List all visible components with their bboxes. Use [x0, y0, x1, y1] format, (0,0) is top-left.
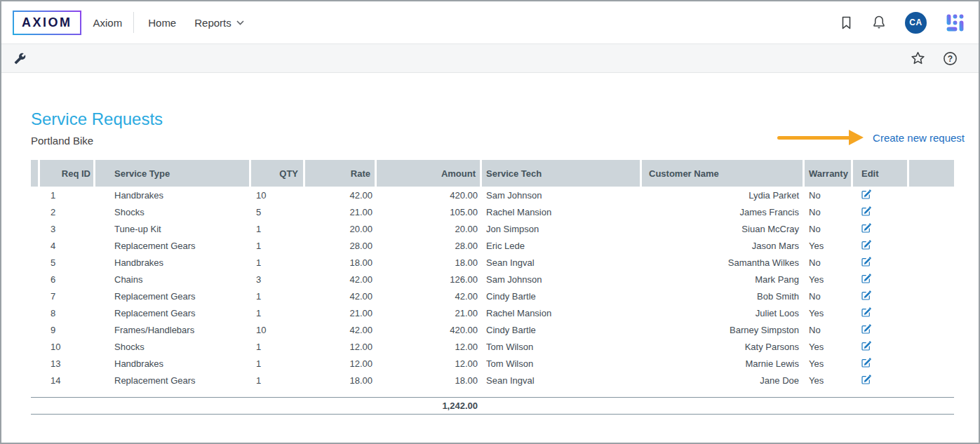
cell-spacer [31, 355, 40, 372]
cell-rate: 28.00 [305, 237, 377, 254]
cell-spacer [31, 220, 40, 237]
report-content: Service Requests Portland Bike Create ne… [1, 73, 979, 415]
nav-reports[interactable]: Reports [194, 17, 244, 29]
toolbar-right-group: ? [910, 51, 958, 67]
axiom-logo[interactable]: AXIOM [13, 11, 81, 35]
cell-rate: 20.00 [305, 220, 377, 237]
cell-spacer [31, 203, 40, 220]
column-header-warranty: Warranty [805, 160, 853, 187]
table-row: 9 Frames/Handlebars 10 42.00 420.00 Cind… [31, 321, 954, 338]
cell-service-type: Handbrakes [95, 187, 251, 203]
column-header-spacer [31, 160, 40, 187]
column-header-rate: Rate [305, 160, 377, 187]
cell-spacer [31, 304, 40, 321]
cell-qty: 3 [251, 271, 305, 288]
cell-spacer [31, 288, 40, 304]
cell-spacer [909, 372, 954, 389]
avatar[interactable]: CA [905, 12, 927, 34]
brand-name: Axiom [93, 17, 123, 29]
cell-warranty: No [805, 203, 853, 220]
cell-service-tech: Sam Johnson [482, 187, 642, 203]
column-header-amount: Amount [377, 160, 482, 187]
wrench-icon[interactable] [14, 53, 26, 65]
cell-spacer [31, 338, 40, 355]
cell-qty: 1 [251, 237, 305, 254]
star-icon[interactable] [910, 51, 926, 67]
cell-spacer [31, 372, 40, 389]
cell-req-id: 9 [40, 321, 95, 338]
cell-req-id: 3 [40, 220, 95, 237]
cell-req-id: 1 [40, 187, 95, 203]
cell-amount: 18.00 [377, 372, 482, 389]
cell-warranty: Yes [805, 338, 853, 355]
nav-divider [133, 12, 134, 33]
cell-spacer [909, 220, 954, 237]
table-row: 5 Handbrakes 1 18.00 18.00 Sean Ingval S… [31, 254, 954, 271]
edit-icon[interactable] [861, 257, 871, 267]
cell-req-id: 8 [40, 304, 95, 321]
cell-amount: 42.00 [377, 288, 482, 304]
bell-icon[interactable] [872, 15, 886, 30]
cell-edit [853, 237, 909, 254]
cell-customer-name: Marnie Lewis [642, 355, 805, 372]
edit-icon[interactable] [861, 358, 871, 368]
cell-spacer [31, 321, 40, 338]
create-request-row: Create new request [777, 130, 965, 145]
cell-qty: 1 [251, 220, 305, 237]
cell-service-type: Handbrakes [95, 254, 251, 271]
table-row: 6 Chains 3 42.00 126.00 Sam Johnson Mark… [31, 271, 954, 288]
column-header-qty: QTY [251, 160, 305, 187]
cell-service-type: Replacement Gears [95, 372, 251, 389]
cell-edit [853, 271, 909, 288]
cell-service-tech: Tom Wilson [482, 355, 642, 372]
cell-rate: 12.00 [305, 338, 377, 355]
table-row: 3 Tune-up Kit 1 20.00 20.00 Jon Simpson … [31, 220, 954, 237]
cell-spacer [31, 254, 40, 271]
total-row: 1,242.00 [31, 397, 954, 415]
cell-spacer [909, 271, 954, 288]
edit-icon[interactable] [861, 223, 871, 233]
cell-service-type: Tune-up Kit [95, 220, 251, 237]
edit-icon[interactable] [861, 274, 871, 283]
apps-grid-icon[interactable] [946, 13, 965, 32]
help-icon[interactable]: ? [943, 51, 958, 66]
column-header-service-type: Service Type [95, 160, 251, 187]
axiom-logo-text: AXIOM [14, 12, 80, 34]
cell-qty: 10 [251, 321, 305, 338]
cell-amount: 12.00 [377, 355, 482, 372]
cell-service-type: Handbrakes [95, 355, 251, 372]
cell-warranty: No [805, 288, 853, 304]
cell-customer-name: Samantha Wilkes [642, 254, 805, 271]
table-row: 8 Replacement Gears 1 21.00 21.00 Rachel… [31, 304, 954, 321]
cell-service-tech: Cindy Bartle [482, 288, 642, 304]
cell-warranty: No [805, 187, 853, 203]
cell-amount: 105.00 [377, 203, 482, 220]
edit-icon[interactable] [861, 307, 871, 317]
cell-service-tech: Rachel Mansion [482, 203, 642, 220]
edit-icon[interactable] [861, 189, 871, 199]
table-row: 10 Shocks 1 12.00 12.00 Tom Wilson Katy … [31, 338, 954, 355]
cell-service-tech: Sean Ingval [482, 254, 642, 271]
cell-edit [853, 288, 909, 304]
cell-customer-name: Lydia Parket [642, 187, 805, 203]
edit-icon[interactable] [861, 240, 871, 250]
edit-icon[interactable] [861, 341, 871, 351]
cell-rate: 21.00 [305, 304, 377, 321]
cell-req-id: 2 [40, 203, 95, 220]
cell-service-type: Shocks [95, 338, 251, 355]
edit-icon[interactable] [861, 375, 871, 384]
nav-home[interactable]: Home [148, 17, 176, 29]
nav-reports-label: Reports [194, 17, 231, 29]
cell-amount: 420.00 [377, 187, 482, 203]
cell-customer-name: Siuan McCray [642, 220, 805, 237]
bookmark-icon[interactable] [840, 15, 853, 30]
edit-icon[interactable] [861, 206, 871, 216]
table-body: 1 Handbrakes 10 42.00 420.00 Sam Johnson… [31, 187, 954, 389]
create-new-request-link[interactable]: Create new request [873, 132, 965, 144]
cell-edit [853, 203, 909, 220]
column-header-spacer [909, 160, 954, 187]
report-toolbar: ? [1, 43, 979, 73]
edit-icon[interactable] [861, 290, 871, 300]
cell-spacer [909, 338, 954, 355]
edit-icon[interactable] [861, 324, 871, 334]
